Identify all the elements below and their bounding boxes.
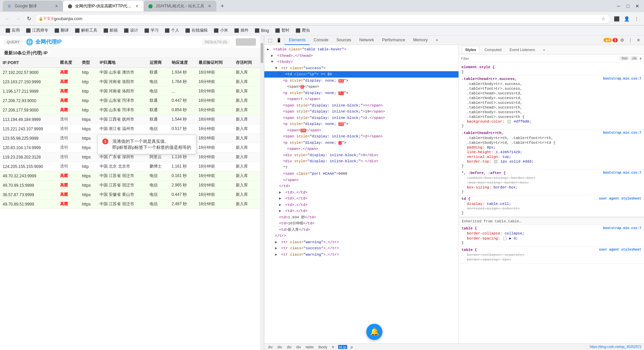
table-row[interactable]: 27.206.177.59:9000高匿http中国 山东省 菏泽市联通0.85… (0, 105, 260, 115)
dom-line-span-inline4[interactable]: <span style="display: inline-block;">2</… (264, 133, 459, 140)
styles-filter-input[interactable] (461, 56, 619, 60)
styles-tab-styles[interactable]: Styles (462, 46, 480, 53)
settings-icon[interactable]: ⚙ (619, 37, 626, 44)
bookmark-translate[interactable]: ⬛ 翻译 (52, 27, 71, 35)
tab-close-2[interactable]: ✕ (134, 3, 140, 9)
bookmark-mail[interactable]: ⬛ 邮箱 (101, 27, 120, 35)
breadcrumb-tbody[interactable]: tbody (317, 345, 328, 349)
breadcrumb-table[interactable]: table (305, 345, 315, 349)
bootstrap-source-2[interactable]: bootstrap.min.css:7 (603, 131, 641, 135)
tab-network[interactable]: Network (355, 36, 378, 45)
dom-panel[interactable]: ▶ <table class="table table-hover"> ▶ <t… (264, 45, 459, 343)
table-row[interactable]: 113.194.49.184:9999透明https中国 江西省 抚州市联通1.… (0, 115, 260, 124)
tab-google-translate[interactable]: G Google 翻译 ✕ (3, 1, 63, 11)
dom-line-span-inline3[interactable]: <span style="display: inline-block;">2.<… (264, 115, 459, 121)
dom-line-p4[interactable]: <p style="display: none; ."> (264, 140, 459, 146)
bookmark-blog[interactable]: ⬛ Blog (252, 27, 272, 35)
table-row[interactable]: 49.70.32.243:9999高匿https中国 江苏省 宿迁市电信0.16… (0, 171, 260, 181)
dom-line-td-close[interactable]: </td> (264, 183, 459, 189)
dom-line-tr-warning2[interactable]: ▶ <tr class="warning">…</tr> (264, 252, 459, 258)
dom-line-span3[interactable]: <span>20</span> (264, 127, 459, 134)
back-button[interactable]: ← (3, 14, 12, 24)
dom-line-div-inline1[interactable]: <div style="display: inline-block;">5</d… (264, 152, 459, 159)
tab-console[interactable]: Console (310, 36, 332, 45)
forward-button[interactable]: → (13, 14, 23, 24)
bookmark-xiaomi[interactable]: ⬛ 小米 (211, 27, 231, 35)
table-row[interactable]: 123.163.27.150:9999高匿http中国 河南省 洛阳市电信1.7… (0, 77, 260, 87)
dom-line-span1[interactable]: <span>2</span> (264, 84, 459, 90)
dom-line-span-inline2[interactable]: <span style="display: inline-block;">19<… (264, 108, 459, 115)
device-toggle-icon[interactable]: 📱 (275, 37, 282, 44)
dom-line-span-port-close[interactable]: </span> (264, 177, 459, 183)
tab-formatter[interactable]: ⬤ JS/HTML格式化 - 站长工具 ✕ (144, 1, 216, 11)
bootstrap-source-4[interactable]: bootstrap.min.css:7 (603, 226, 641, 230)
dom-line-tr-success2[interactable]: ▶ <tr class="success">…</tr> (264, 245, 459, 252)
bookmark-online-edit[interactable]: ⬛ 在线编辑 (182, 27, 210, 35)
dom-line-p2[interactable]: <p style="display: none; 7."> (264, 90, 459, 96)
dom-line-thead[interactable]: ▶ <thead>…</thead> (264, 53, 459, 59)
dom-line-span-port[interactable]: <span class="port HCAAA">9000 (264, 171, 459, 177)
address-bar[interactable]: 🔒 不安全 goubanjia.com ☆ (35, 14, 610, 24)
tab-memory[interactable]: Memory (409, 36, 432, 45)
dom-line-table[interactable]: ▶ <table class="table table-hover"> (264, 46, 459, 53)
breadcrumb-div2[interactable]: div (276, 345, 283, 349)
dom-line-div-inline3[interactable]: "7 (264, 165, 459, 171)
dom-line-td5[interactable]: ▶ <td>…</td> (264, 208, 459, 214)
devtools-more-icon[interactable]: ⋮ (627, 37, 634, 44)
inspect-element-icon[interactable]: ⬚ (266, 37, 274, 44)
dom-line-td3[interactable]: ▶ <td>…</td> (264, 195, 459, 202)
extensions-icon[interactable]: ⬛ (612, 14, 621, 24)
bookmark-plugin[interactable]: ⬛ 插件 (231, 27, 251, 35)
dom-line-span4[interactable]: <span>.</span> (264, 146, 459, 152)
new-tab-button[interactable]: + (218, 1, 227, 11)
dom-line-span2[interactable]: <span>7.</span> (264, 96, 459, 102)
search-button[interactable] (236, 38, 256, 46)
dom-line-td-alive[interactable]: <td>新入库</td> (264, 227, 459, 233)
breadcrumb-div1[interactable]: div (267, 345, 274, 349)
close-button[interactable]: ✕ (633, 2, 641, 10)
tab-close-3[interactable]: ✕ (207, 3, 212, 9)
bookmark-study[interactable]: ⬛ 学习 (142, 27, 161, 35)
tab-performance[interactable]: Performance (378, 36, 409, 45)
left-scrollbar[interactable] (260, 36, 264, 350)
table-row[interactable]: 1.196.177.211:9999高匿http中国 河南省 洛阳市电信...1… (0, 87, 260, 96)
breadcrumb-tdip[interactable]: td.ip (338, 345, 347, 349)
bookmark-personal[interactable]: ⬛ 个人 (162, 27, 182, 35)
maximize-button[interactable]: □ (624, 2, 632, 10)
dom-line-p1[interactable]: <p style="display: none; b2"> (264, 78, 459, 84)
styles-tab-more[interactable]: » (540, 46, 548, 53)
tab-more[interactable]: » (432, 36, 442, 45)
cls-button[interactable]: .cls (630, 56, 638, 60)
table-row[interactable]: 124.205.155.155:9090透明http中国 北京 北京市鹏博士1.… (0, 162, 260, 171)
table-row[interactable]: 49.70.89.51:9999高匿https中国 江苏省 宿迁市电信2.487… (0, 200, 260, 209)
dom-line-tr-success[interactable]: ▼ <tr class="success"> (264, 65, 459, 72)
breadcrumb-div4[interactable]: div (295, 345, 302, 349)
tab-elements[interactable]: Elements (285, 36, 310, 45)
tab-sources[interactable]: Sources (332, 36, 355, 45)
dom-line-td-ip[interactable]: ▼ <td class="ip"> == $0 (264, 71, 459, 78)
devtools-close-icon[interactable]: ✕ (635, 37, 642, 44)
dom-line-tr-close[interactable]: </tr> (264, 233, 459, 239)
dom-line-td2[interactable]: ▶ <td>…</td> (264, 189, 459, 196)
bookmark-temp[interactable]: ⬛ 暂时 (272, 27, 292, 35)
refresh-button[interactable]: ↻ (24, 14, 34, 24)
bookmark-spider[interactable]: ⬛ 爬虫 (293, 27, 313, 35)
tab-proxy[interactable]: ⬤ 全网代理IP-供应高匿HTTP代理... ✕ (63, 1, 144, 11)
dom-line-tr-warning[interactable]: ▶ <tr class="warning">…</tr> (264, 239, 459, 246)
ip-table-container[interactable]: IP:PORT 匿名度 类型 IP归属地 运营商 响应速度 最后验证时间 存活时… (0, 58, 260, 350)
bootstrap-source-1[interactable]: bootstrap.min.css:7 (603, 77, 641, 81)
dom-line-td-verify[interactable]: <td>16分钟前</td> (264, 220, 459, 227)
dom-line-td4[interactable]: ▶ <td>…</td> (264, 202, 459, 208)
dom-line-tbody-open[interactable]: ▼ <tbody> (264, 59, 459, 65)
bookmark-jiangxi[interactable]: ⬛ 江西师专 (23, 27, 51, 35)
dom-line-td-speed[interactable]: <td>1.934 秒</td> (264, 214, 459, 221)
dom-line-div-inline2[interactable]: <div style="display: inline-block;">.</d… (264, 158, 459, 165)
tab-close-1[interactable]: ✕ (54, 3, 59, 9)
minimize-button[interactable]: ─ (614, 2, 623, 10)
bookmark-parse[interactable]: ⬛ 解析工具 (72, 27, 100, 35)
hov-button[interactable]: :hov (620, 56, 629, 60)
styles-tab-computed[interactable]: Computed (481, 46, 505, 53)
bookmark-star-icon[interactable]: ☆ (600, 15, 607, 22)
add-style-button[interactable]: + (639, 56, 642, 61)
breadcrumb-tr[interactable]: tr (331, 345, 335, 349)
